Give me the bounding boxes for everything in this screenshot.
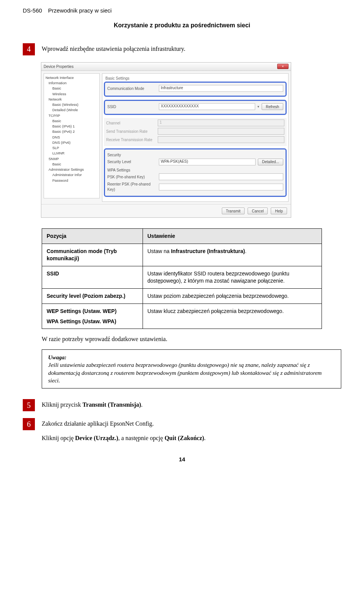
table-row: Security level (Poziom zabezp.) Ustaw po…: [42, 288, 322, 304]
row-wep-wpa-value: Ustaw klucz zabezpieczeń połączenia bezp…: [143, 304, 322, 329]
disabled-transmission-group: Channel 1 Send Transmission Rate Receive…: [104, 118, 287, 146]
step-number-badge: 4: [23, 43, 35, 55]
psk-input[interactable]: [159, 173, 283, 180]
note-body: Jeśli ustawienia zabezpieczeń routera be…: [48, 362, 322, 384]
table-header-ustawienie: Ustawienie: [143, 229, 322, 244]
tree-item[interactable]: Password: [46, 178, 98, 183]
step-4: 4 Wprowadź niezbędne ustawienia połączen…: [23, 43, 341, 55]
running-header: DS-560 Przewodnik pracy w sieci: [23, 7, 341, 14]
tree-item[interactable]: Basic (Wireless): [46, 102, 98, 107]
tree-item[interactable]: Administrator Settings: [46, 167, 98, 172]
page-number: 14: [23, 456, 341, 463]
step-6-text: Zakończ działanie aplikacji EpsonNet Con…: [42, 418, 206, 442]
table-row: Communication mode (Tryb komunikacji) Us…: [42, 244, 322, 266]
tree-item[interactable]: Basic (IPv6) 2: [46, 129, 98, 134]
step-6: 6 Zakończ działanie aplikacji EpsonNet C…: [23, 418, 341, 442]
settings-panel: Basic Settings Communication Mode Infras…: [102, 73, 289, 202]
wpa-settings-heading: WPA Settings: [107, 167, 283, 174]
ssid-input[interactable]: XXXXXXXXXXXXXXX: [159, 103, 255, 110]
send-rate-input: [158, 128, 284, 135]
tree-item[interactable]: LLMNR: [46, 151, 98, 156]
table-row: WEP Settings (Ustaw. WEP) WPA Settings (…: [42, 304, 322, 329]
device-properties-dialog: Device Properties × Network Interface In…: [41, 62, 291, 218]
row-ssid-value: Ustaw identyfikator SSID routera bezprze…: [143, 266, 322, 289]
row-comm-mode-value: Ustaw na Infrastructure (Infrastruktura)…: [143, 244, 322, 266]
comm-mode-label: Communication Mode: [107, 86, 157, 91]
dialog-title: Device Properties: [44, 64, 74, 69]
reenter-psk-input[interactable]: [159, 184, 283, 190]
row-sec-level-label: Security level (Poziom zabezp.): [42, 288, 143, 304]
highlight-ssid: SSID XXXXXXXXXXXXXXX ▾ Refresh: [104, 100, 287, 115]
tree-item[interactable]: DNS: [46, 135, 98, 140]
tree-item[interactable]: Basic (IPv6) 1: [46, 124, 98, 129]
sec-level-label: Security Level: [107, 159, 157, 165]
row-ssid-label: SSID: [42, 266, 143, 289]
tree-root[interactable]: Network Interface: [46, 75, 98, 80]
dialog-titlebar: Device Properties ×: [41, 63, 291, 71]
table-row: SSID Ustaw identyfikator SSID routera be…: [42, 266, 322, 289]
tree-item[interactable]: Network: [46, 97, 98, 102]
tree-item[interactable]: SLP: [46, 145, 98, 151]
note-title: Uwaga:: [48, 354, 66, 360]
tree-item[interactable]: DNS (IPv6): [46, 140, 98, 145]
section-heading: Korzystanie z produktu za pośrednictwem …: [23, 21, 341, 30]
step-number-badge: 5: [23, 399, 35, 411]
tree-item[interactable]: Wireless: [46, 91, 98, 97]
note-box: Uwaga: Jeśli ustawienia zabezpieczeń rou…: [42, 349, 341, 388]
chevron-down-icon[interactable]: ▾: [257, 104, 259, 109]
tree-item[interactable]: Detailed (Wirele: [46, 107, 98, 113]
tree-item[interactable]: TCP/IP: [46, 113, 98, 118]
model-id: DS-560: [23, 7, 42, 14]
channel-label: Channel: [106, 121, 155, 126]
detailed-button[interactable]: Detailed...: [258, 159, 283, 165]
refresh-button[interactable]: Refresh: [262, 103, 283, 110]
additional-settings-note: W razie potrzeby wprowadź dodatkowe usta…: [42, 335, 341, 343]
security-heading: Security: [107, 152, 283, 159]
step-5-text: Kliknij przycisk Transmit (Transmisja).: [42, 399, 143, 409]
step-4-text: Wprowadź niezbędne ustawienia połączenia…: [42, 43, 185, 53]
cancel-button[interactable]: Cancel: [248, 208, 268, 214]
highlight-security: Security Security Level WPA-PSK(AES) Det…: [104, 148, 287, 197]
ssid-label: SSID: [107, 104, 157, 110]
recv-rate-input: [158, 136, 284, 143]
tree-item[interactable]: Basic: [46, 162, 98, 167]
guide-title: Przewodnik pracy w sieci: [48, 7, 112, 14]
row-sec-level-value: Ustaw poziom zabezpieczeń połączenia bez…: [143, 288, 322, 304]
recv-rate-label: Receive Transmission Rate: [106, 137, 155, 143]
step-number-badge: 6: [23, 418, 35, 430]
tree-item[interactable]: Basic: [46, 86, 98, 91]
step-5: 5 Kliknij przycisk Transmit (Transmisja)…: [23, 399, 341, 411]
tree-item[interactable]: Information: [46, 80, 98, 86]
help-button[interactable]: Help: [271, 208, 287, 214]
highlight-comm-mode: Communication Mode Infrastructure: [104, 82, 287, 97]
settings-table: Pozycja Ustawienie Communication mode (T…: [42, 228, 322, 329]
dialog-button-bar: Transmit Cancel Help: [41, 204, 291, 217]
comm-mode-select[interactable]: Infrastructure: [159, 85, 283, 92]
send-rate-label: Send Transmission Rate: [106, 129, 155, 134]
row-comm-mode-label: Communication mode (Tryb komunikacji): [42, 244, 143, 266]
channel-input: 1: [158, 120, 284, 126]
tree-item[interactable]: Basic: [46, 118, 98, 124]
panel-header: Basic Settings: [104, 75, 287, 82]
tree-item[interactable]: SNMP: [46, 156, 98, 162]
row-wep-wpa-label: WEP Settings (Ustaw. WEP) WPA Settings (…: [42, 304, 143, 329]
psk-label: PSK (Pre-shared Key): [107, 175, 157, 180]
table-header-pozycja: Pozycja: [42, 229, 143, 244]
reenter-psk-label: Reenter PSK (Pre-shared Key): [107, 182, 157, 192]
close-icon[interactable]: ×: [277, 64, 289, 69]
transmit-button[interactable]: Transmit: [222, 208, 245, 214]
nav-tree[interactable]: Network Interface InformationBasicWirele…: [44, 73, 100, 198]
tree-item[interactable]: Administrator Infor: [46, 172, 98, 178]
sec-level-select[interactable]: WPA-PSK(AES): [159, 159, 256, 165]
